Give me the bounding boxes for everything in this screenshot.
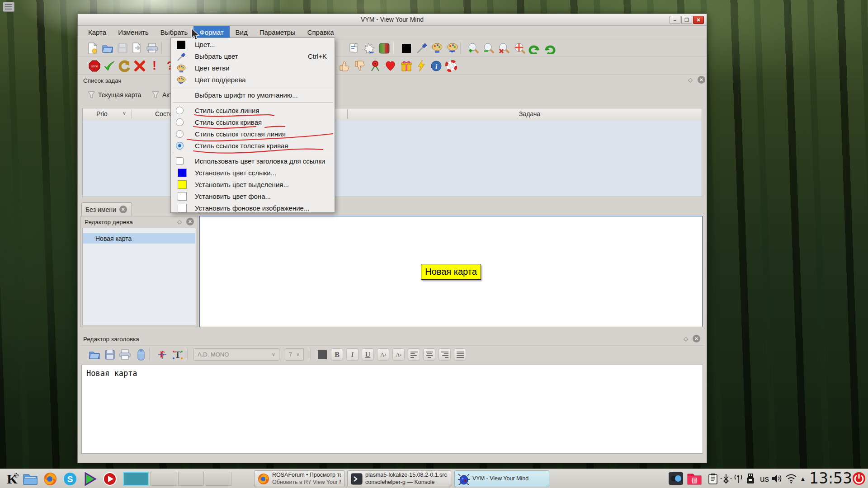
kde-menu-button[interactable]: K — [5, 471, 19, 486]
flag-rose-icon[interactable] — [368, 59, 382, 72]
menu-item-linkstyle-thick-line[interactable]: Стиль ссылок толстая линия — [171, 128, 334, 140]
current-color-icon[interactable] — [400, 42, 413, 55]
network-antenna-tray-icon[interactable] — [733, 473, 743, 484]
flag-check-icon[interactable] — [103, 59, 116, 72]
menu-karta[interactable]: Карта — [82, 26, 112, 39]
flag-info-icon[interactable]: i — [429, 59, 443, 72]
firefox-launcher[interactable] — [42, 471, 57, 486]
close-button[interactable]: ✕ — [693, 16, 704, 24]
menu-item-linkstyle-parabel[interactable]: Стиль ссылок кривая — [171, 117, 334, 128]
pager-desktop-1[interactable] — [123, 472, 149, 486]
float-dock-icon[interactable]: ◇ — [687, 76, 694, 84]
bluetooth-tray-icon[interactable] — [720, 473, 732, 484]
fore-back-colors-icon[interactable] — [377, 42, 391, 55]
leave-power-button[interactable] — [852, 471, 866, 486]
export-map-icon[interactable] — [131, 42, 144, 55]
flag-cross-icon[interactable] — [133, 59, 146, 72]
print-map-icon[interactable] — [146, 42, 159, 55]
media-player-red-launcher[interactable] — [102, 471, 117, 486]
flag-gift-icon[interactable] — [400, 59, 413, 72]
font-size-select[interactable]: 7∨ — [285, 348, 304, 361]
clipboard-tray-icon[interactable] — [708, 473, 718, 485]
flag-lifebelt-icon[interactable] — [444, 59, 458, 72]
menu-vid[interactable]: Вид — [230, 26, 254, 39]
menu-item-linkstyle-line[interactable]: Стиль ссылок линия — [171, 105, 334, 117]
pager-desktop-2[interactable] — [151, 472, 176, 486]
menu-parametry[interactable]: Параметры — [254, 26, 302, 39]
save-icon[interactable] — [103, 348, 116, 361]
column-prio[interactable]: Prio — [96, 110, 108, 117]
flag-heart-icon[interactable] — [384, 59, 397, 72]
wifi-tray-icon[interactable] — [785, 473, 797, 484]
menu-item-use-heading-color[interactable]: Использовать цвет заголовка для ссылки — [171, 155, 334, 167]
close-dock-icon[interactable]: ✕ — [186, 218, 194, 225]
menu-spravka[interactable]: Справка — [302, 26, 340, 39]
menu-item-subtree-color[interactable]: Цвет поддерева — [171, 74, 334, 86]
open-icon[interactable] — [88, 348, 101, 361]
tab-close-icon[interactable]: ✕ — [119, 206, 127, 213]
map-tab[interactable]: Без имени ✕ — [81, 202, 132, 216]
desktop-widget-icon[interactable] — [3, 2, 14, 12]
italic-button[interactable]: I — [346, 348, 359, 361]
note-icon[interactable] — [347, 42, 360, 55]
font-family-select[interactable]: A.D. MONO∨ — [193, 348, 279, 361]
flag-lightning-icon[interactable] — [415, 59, 428, 72]
zoom-out-icon[interactable] — [482, 42, 495, 55]
flag-exclamation-icon[interactable]: ! — [148, 59, 161, 72]
flag-thumb-up-icon[interactable] — [337, 59, 350, 72]
trash-folder-tray-icon[interactable] — [687, 472, 702, 485]
menu-item-set-link-color[interactable]: Установить цвет сслыки... — [171, 167, 334, 179]
frame-icon[interactable] — [362, 42, 375, 55]
toggle-widget-tray-icon[interactable] — [668, 472, 684, 485]
subscript-button[interactable]: Az — [377, 348, 389, 361]
close-dock-icon[interactable]: ✕ — [693, 335, 700, 343]
pager-desktop-4[interactable] — [206, 472, 231, 486]
menu-izmenit[interactable]: Изменить — [112, 26, 155, 39]
volume-tray-icon[interactable] — [771, 473, 783, 484]
palette-branch-icon[interactable] — [430, 42, 443, 55]
titlebar[interactable]: VYM - View Your Mind – ❐ ✕ — [78, 14, 707, 26]
task-button-konsole[interactable]: plasma5-lokalize-15.08.2-0.1.src :consol… — [347, 470, 451, 487]
redo-icon[interactable] — [543, 42, 557, 55]
zoom-in-icon[interactable] — [467, 42, 480, 55]
justify-button[interactable] — [454, 348, 466, 361]
close-dock-icon[interactable]: ✕ — [698, 76, 705, 84]
keyboard-layout-indicator[interactable]: us — [758, 474, 771, 484]
menu-item-default-font[interactable]: Выбрать шрифт по умолчанию... — [171, 89, 334, 101]
menu-item-set-selection-color[interactable]: Установить цвет выделения... — [171, 179, 334, 191]
float-dock-icon[interactable]: ◇ — [176, 218, 183, 225]
save-map-icon[interactable] — [116, 42, 129, 55]
maximize-button[interactable]: ❐ — [681, 16, 692, 24]
bold-button[interactable]: B — [331, 348, 343, 361]
text-color-icon[interactable] — [316, 348, 329, 361]
clock[interactable]: 13:53 — [809, 469, 852, 487]
menu-item-linkstyle-thick-parabel[interactable]: Стиль ссылок толстая кривая — [171, 140, 334, 152]
menu-vybrat[interactable]: Выбрать — [155, 26, 193, 39]
undo-icon[interactable] — [528, 42, 541, 55]
expand-tray-arrow[interactable]: ▲ — [798, 475, 807, 482]
tree-item-selected[interactable]: Новая карта — [83, 233, 195, 244]
pager-desktop-3[interactable] — [178, 472, 204, 486]
menu-item-set-background-image[interactable]: Установить фоновое изображение... — [171, 202, 334, 214]
zoom-reset-icon[interactable] — [497, 42, 510, 55]
font-hint-icon[interactable]: T — [171, 348, 184, 361]
filter-current-map-button[interactable]: Текущая карта — [85, 89, 144, 101]
flag-thumb-down-icon[interactable] — [353, 59, 366, 72]
float-dock-icon[interactable]: ◇ — [682, 335, 689, 343]
task-button-firefox[interactable]: ROSAForum • Просмотр темы -Обновить в R7… — [254, 470, 344, 487]
palette-subtree-icon[interactable] — [446, 42, 459, 55]
zoom-fit-icon[interactable] — [513, 42, 526, 55]
print-icon[interactable] — [118, 348, 132, 361]
align-left-button[interactable] — [408, 348, 420, 361]
paste-icon[interactable] — [134, 348, 147, 361]
superscript-button[interactable]: Az — [392, 348, 405, 361]
prio-sort-chevron-icon[interactable]: ∨ — [123, 110, 126, 116]
menu-item-set-background-color[interactable]: Установить цвет фона... — [171, 191, 334, 202]
flag-refresh-icon[interactable] — [118, 59, 131, 72]
heading-text-area[interactable]: Новая карта — [81, 365, 703, 454]
file-manager-launcher[interactable] — [23, 471, 38, 486]
flag-stop-icon[interactable]: STOP — [88, 59, 101, 72]
underline-button[interactable]: U — [362, 348, 374, 361]
map-canvas[interactable]: Новая карта — [199, 216, 703, 327]
menu-item-branch-color[interactable]: Цвет ветви — [171, 62, 334, 74]
